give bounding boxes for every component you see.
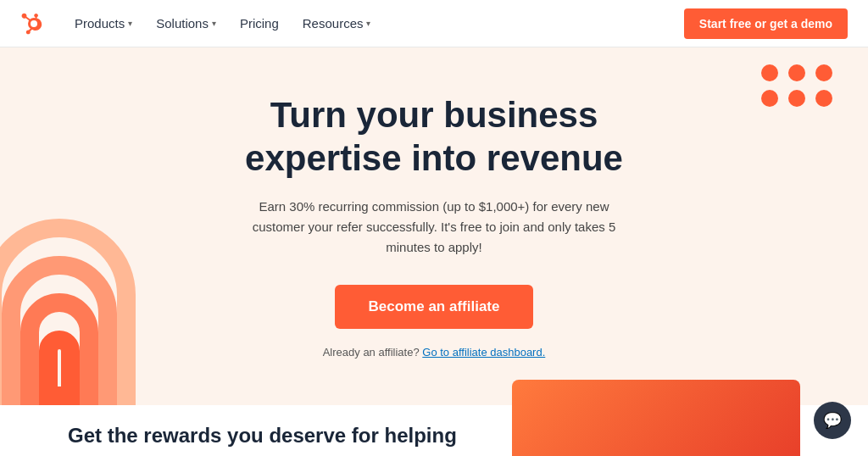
dot-2	[788, 64, 805, 81]
affiliate-link-text: Already an affiliate? Go to affiliate da…	[323, 346, 546, 359]
solutions-chevron-icon: ▾	[212, 19, 216, 28]
dot-3	[815, 64, 832, 81]
become-affiliate-button[interactable]: Become an affiliate	[335, 285, 534, 329]
nav-products[interactable]: Products ▾	[64, 9, 142, 37]
hero-title: Turn your business expertise into revenu…	[245, 94, 623, 180]
chat-icon: 💬	[823, 411, 842, 430]
dot-5	[788, 90, 805, 107]
nav-pricing-label: Pricing	[240, 16, 279, 31]
nav-links: Products ▾ Solutions ▾ Pricing Resources…	[64, 9, 684, 37]
nav-pricing[interactable]: Pricing	[230, 9, 289, 37]
svg-point-1	[31, 20, 37, 27]
orange-card-decoration	[512, 380, 800, 456]
already-affiliate-text: Already an affiliate?	[323, 346, 420, 359]
arch-decoration	[0, 185, 144, 405]
resources-chevron-icon: ▾	[366, 19, 370, 28]
dot-6	[815, 90, 832, 107]
products-chevron-icon: ▾	[128, 19, 132, 28]
affiliate-dashboard-link[interactable]: Go to affiliate dashboard.	[422, 346, 545, 359]
dot-1	[761, 64, 778, 81]
nav-solutions-label: Solutions	[156, 16, 209, 31]
arch-1	[39, 331, 80, 405]
nav-solutions[interactable]: Solutions ▾	[146, 9, 226, 37]
hero-title-line1: Turn your business	[270, 95, 598, 135]
hero-title-line2: expertise into revenue	[245, 138, 623, 178]
hubspot-logo[interactable]	[20, 12, 44, 36]
nav-cta-area: Start free or get a demo	[684, 8, 848, 39]
bottom-heading: Get the rewards you deserve for helping	[68, 424, 457, 448]
chat-bubble-button[interactable]: 💬	[814, 402, 851, 439]
nav-resources-label: Resources	[303, 16, 364, 31]
nav-resources[interactable]: Resources ▾	[292, 9, 381, 37]
navbar: Products ▾ Solutions ▾ Pricing Resources…	[0, 0, 868, 47]
start-free-button[interactable]: Start free or get a demo	[684, 8, 848, 39]
hero-section: Turn your business expertise into revenu…	[0, 47, 868, 405]
dot-4	[761, 90, 778, 107]
hero-subtitle: Earn 30% recurring commission (up to $1,…	[248, 197, 620, 258]
dot-grid-decoration	[761, 64, 834, 107]
nav-products-label: Products	[75, 16, 125, 31]
bottom-section: Get the rewards you deserve for helping	[0, 405, 868, 456]
